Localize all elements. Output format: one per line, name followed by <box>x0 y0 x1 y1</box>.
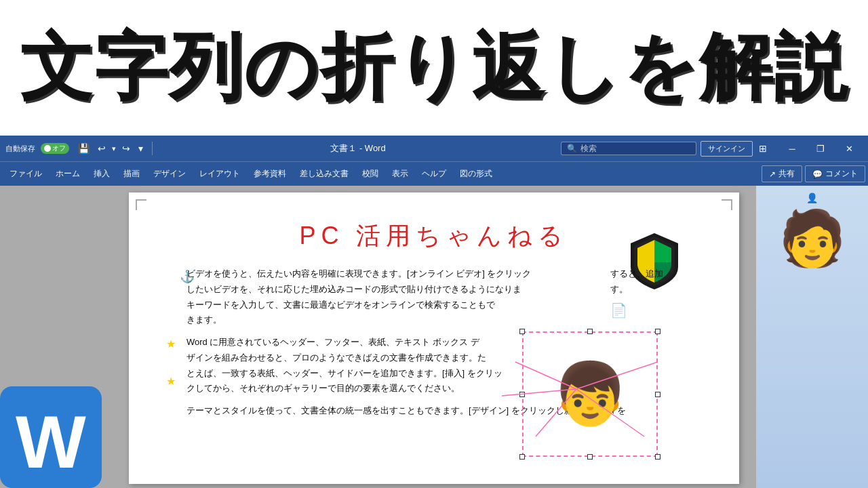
search-input[interactable] <box>580 144 675 153</box>
minimize-button[interactable]: ─ <box>778 138 806 159</box>
comment-button[interactable]: 💬 コメント <box>805 165 865 182</box>
quick-access-dropdown[interactable]: ▾ <box>136 142 145 155</box>
window-controls: ─ ❐ ✕ <box>778 138 863 159</box>
sel-handle-br <box>655 454 660 460</box>
paragraph-1: ビデオを使うと、伝えたい内容を明確に表現できます。[オンライン ビデオ] をクリ… <box>170 266 604 328</box>
word-logo: W <box>0 386 102 488</box>
corner-mark-tr <box>722 199 732 210</box>
anime-char-label: 👤 <box>806 192 818 203</box>
signin-button[interactable]: サインイン <box>701 141 753 157</box>
autosave-label: 自動保存 <box>5 144 35 154</box>
star-icon-2: ★ <box>166 372 176 390</box>
sel-handle-tm <box>587 329 593 334</box>
sel-handle-tr <box>655 329 660 334</box>
sel-handle-tl <box>519 329 525 334</box>
menu-layout[interactable]: レイアウト <box>193 165 247 182</box>
sel-handle-bm <box>587 454 593 460</box>
anime-character: 👤 🧑 <box>756 186 868 488</box>
toggle-dot <box>44 145 51 152</box>
menu-references[interactable]: 参考資料 <box>247 165 293 182</box>
paragraph-1-wrapper: ビデオを使うと、伝えたい内容を明確に表現できます。[オンライン ビデオ] をクリ… <box>170 266 698 328</box>
selection-area: 👦 <box>522 331 658 457</box>
autosave-toggle[interactable]: オフ <box>41 143 69 154</box>
word-logo-icon: W <box>0 386 102 488</box>
sel-handle-ml <box>519 392 525 397</box>
menu-bar: ファイル ホーム 挿入 描画 デザイン レイアウト 参考資料 差し込み文書 校閲… <box>0 161 868 186</box>
title-text: 文字列の折り返しを解説 <box>20 18 848 117</box>
corner-mark-tl <box>136 199 146 210</box>
search-icon: 🔍 <box>567 144 577 153</box>
document-page[interactable]: PC 活用ちゃんねる ⚓ ビデオを使うと、伝えたい内容を明確に表現できます。[オ… <box>129 192 739 484</box>
sel-handle-mr <box>655 392 660 397</box>
channel-title: PC 活用ちゃんねる <box>170 220 698 253</box>
comment-label: コメント <box>825 168 858 180</box>
title-banner: 文字列の折り返しを解説 <box>0 0 868 136</box>
toolbar-divider <box>152 142 153 155</box>
share-label: 共有 <box>778 168 795 180</box>
close-button[interactable]: ✕ <box>835 138 863 159</box>
menu-picture-format[interactable]: 図の形式 <box>453 165 499 182</box>
layout-icon[interactable]: ⊞ <box>757 142 769 155</box>
comment-icon: 💬 <box>812 169 823 179</box>
undo-dropdown[interactable]: ▾ <box>112 144 116 153</box>
sel-handle-bl <box>519 454 525 460</box>
save-icon[interactable]: 💾 <box>76 142 92 155</box>
word-titlebar: 自動保存 オフ 💾 ↩ ▾ ↪ ▾ 文書１ - Word 🔍 サインイン ⊞ ─… <box>0 136 868 161</box>
star-icon-1: ★ <box>166 335 176 353</box>
selection-box <box>522 331 658 457</box>
menu-mailings[interactable]: 差し込み文書 <box>293 165 355 182</box>
menu-right-actions: ↗ 共有 💬 コメント <box>762 165 865 182</box>
menu-draw[interactable]: 描画 <box>117 165 146 182</box>
toggle-state: オフ <box>52 144 66 153</box>
doc-title: 文書１ - Word <box>159 142 557 155</box>
menu-design[interactable]: デザイン <box>146 165 193 182</box>
menu-insert[interactable]: 挿入 <box>87 165 117 182</box>
undo-icon[interactable]: ↩ <box>96 142 108 155</box>
menu-file[interactable]: ファイル <box>3 165 49 182</box>
redo-icon[interactable]: ↪ <box>120 142 132 155</box>
doc-area: PC 活用ちゃんねる ⚓ ビデオを使うと、伝えたい内容を明確に表現できます。[オ… <box>0 186 868 488</box>
menu-home[interactable]: ホーム <box>49 165 87 182</box>
paragraph-1-end: すると、追加す。 📄 <box>610 266 698 328</box>
share-icon: ↗ <box>769 169 776 179</box>
anime-char-emoji: 🧑 <box>778 207 846 270</box>
menu-view[interactable]: 表示 <box>385 165 415 182</box>
share-button[interactable]: ↗ 共有 <box>762 165 802 182</box>
svg-text:W: W <box>16 400 86 483</box>
menu-review[interactable]: 校閲 <box>355 165 385 182</box>
search-box[interactable]: 🔍 <box>561 142 696 155</box>
menu-help[interactable]: ヘルプ <box>415 165 453 182</box>
restore-button[interactable]: ❐ <box>807 138 834 159</box>
